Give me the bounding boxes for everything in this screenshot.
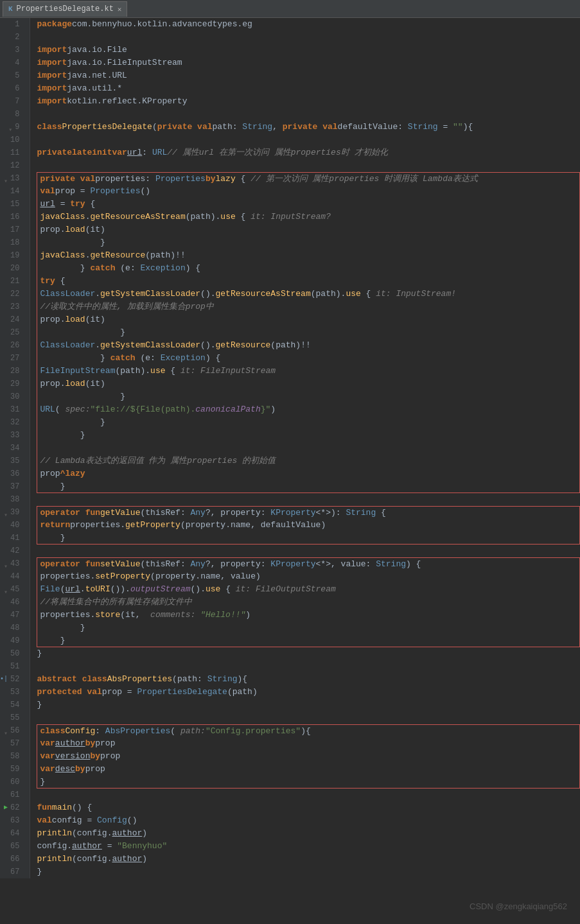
code-line-64: println(config.author) (37, 827, 580, 840)
code-line-35: // Lambda表达式的返回值 作为 属性properties 的初始值 (37, 455, 580, 467)
code-line-6: import java.util.* (37, 82, 580, 95)
fold-icon[interactable]: ▾ (1, 175, 8, 182)
line-number-6: 6 (0, 82, 24, 95)
code-line-44: properties.setProperty(property.name, va… (37, 570, 580, 583)
code-line-62: fun main() { (37, 801, 580, 814)
line-number-39: ▾39 (0, 506, 24, 519)
line-number-8: 8 (0, 108, 24, 121)
close-icon[interactable]: ✕ (118, 5, 122, 13)
fold-icon[interactable]: ▾ (1, 561, 8, 567)
line-number-20: 20 (0, 262, 24, 275)
line-number-14: 14 (0, 185, 24, 198)
editor: 12345678▾9101112▾13141516171819202122232… (0, 18, 580, 878)
code-line-42 (37, 545, 580, 557)
line-number-64: 64 (0, 827, 24, 840)
line-number-35: 35 (0, 455, 24, 467)
line-number-52: •|52 (0, 673, 24, 686)
code-line-16: javaClass.getResourceAsStream(path).use … (37, 211, 580, 223)
code-line-15: url = try { (37, 198, 580, 211)
fold-icon[interactable]: ▾ (1, 586, 8, 593)
code-line-17: prop.load(it) (37, 223, 580, 236)
code-line-51 (37, 660, 580, 673)
code-line-33: } (37, 429, 580, 442)
file-tab[interactable]: K PropertiesDelegate.kt ✕ (3, 1, 127, 17)
code-line-66: println(config.author) (37, 853, 580, 866)
line-number-7: 7 (0, 95, 24, 108)
line-number-31: 31 (0, 403, 24, 416)
line-number-12: 12 (0, 159, 24, 172)
line-number-56: ▾56 (0, 724, 24, 737)
code-line-58: var version by prop (37, 750, 580, 763)
line-number-24: 24 (0, 313, 24, 326)
code-line-31: URL( spec: "file://${File(path).canonica… (37, 403, 580, 416)
code-line-12 (37, 159, 580, 172)
code-line-5: import java.net.URL (37, 69, 580, 82)
line-number-49: 49 (0, 634, 24, 647)
line-number-67: 67 (0, 866, 24, 878)
line-number-5: 5 (0, 69, 24, 82)
code-line-39: operator fun getValue(thisRef: Any?, pro… (37, 506, 580, 519)
code-line-22: ClassLoader.getSystemClassLoader().getRe… (37, 288, 580, 301)
code-line-14: val prop = Properties() (37, 185, 580, 198)
tab-filename: PropertiesDelegate.kt (17, 4, 114, 13)
line-number-29: 29 (0, 378, 24, 390)
code-line-1: package com.bennyhuo.kotlin.advancedtype… (37, 18, 580, 31)
code-line-8 (37, 108, 580, 121)
code-line-29: prop.load(it) (37, 378, 580, 390)
line-number-13: ▾13 (0, 172, 24, 185)
code-line-32: } (37, 416, 580, 429)
line-number-9: ▾9 (0, 121, 24, 134)
code-line-59: var desc by prop (37, 763, 580, 776)
line-number-45: ▾45 (0, 583, 24, 596)
line-number-23: 23 (0, 301, 24, 313)
code-line-38 (37, 493, 580, 506)
tab-bar: K PropertiesDelegate.kt ✕ (0, 0, 580, 18)
line-number-16: 16 (0, 211, 24, 223)
line-number-36: 36 (0, 467, 24, 480)
line-number-55: 55 (0, 711, 24, 724)
line-number-57: 57 (0, 737, 24, 750)
code-line-27: } catch (e: Exception) { (37, 352, 580, 365)
line-number-25: 25 (0, 326, 24, 339)
line-number-11: 11 (0, 146, 24, 159)
line-number-40: 40 (0, 519, 24, 532)
code-line-53: protected val prop = PropertiesDelegate(… (37, 686, 580, 699)
line-number-47: 47 (0, 609, 24, 622)
code-line-37: } (37, 480, 580, 493)
code-line-7: import kotlin.reflect.KProperty (37, 95, 580, 108)
line-number-43: ▾43 (0, 557, 24, 570)
code-line-13: private val properties: Properties by la… (37, 172, 580, 185)
code-line-25: } (37, 326, 580, 339)
code-line-57: var author by prop (37, 737, 580, 750)
line-number-53: 53 (0, 686, 24, 699)
code-line-26: ClassLoader.getSystemClassLoader().getRe… (37, 339, 580, 352)
code-area[interactable]: package com.bennyhuo.kotlin.advancedtype… (30, 18, 580, 878)
line-number-46: 46 (0, 596, 24, 609)
fold-icon[interactable]: ▾ (1, 728, 8, 734)
line-number-15: 15 (0, 198, 24, 211)
code-line-45: File(url.toURI()).outputStream().use { i… (37, 583, 580, 596)
code-line-28: FileInputStream(path).use { it: FileInpu… (37, 365, 580, 378)
code-line-20: } catch (e: Exception) { (37, 262, 580, 275)
line-number-51: 51 (0, 660, 24, 673)
line-number-22: 22 (0, 288, 24, 301)
code-line-47: properties.store(it, comments: "Hello!!"… (37, 609, 580, 622)
code-line-30: } (37, 390, 580, 403)
line-number-50: 50 (0, 647, 24, 660)
fold-icon[interactable]: ▾ (1, 509, 8, 516)
code-line-4: import java.io.FileInputStream (37, 57, 580, 69)
line-number-54: 54 (0, 699, 24, 711)
line-number-44: 44 (0, 570, 24, 583)
line-number-41: 41 (0, 532, 24, 545)
code-line-24: prop.load(it) (37, 313, 580, 326)
line-number-66: 66 (0, 853, 24, 866)
line-number-10: 10 (0, 134, 24, 146)
line-number-61: 61 (0, 789, 24, 801)
line-number-21: 21 (0, 275, 24, 288)
line-number-17: 17 (0, 223, 24, 236)
code-line-10 (37, 134, 580, 146)
line-number-37: 37 (0, 480, 24, 493)
line-number-4: 4 (0, 57, 24, 69)
code-line-60: } (37, 776, 580, 789)
fold-icon[interactable]: ▾ (6, 124, 12, 130)
